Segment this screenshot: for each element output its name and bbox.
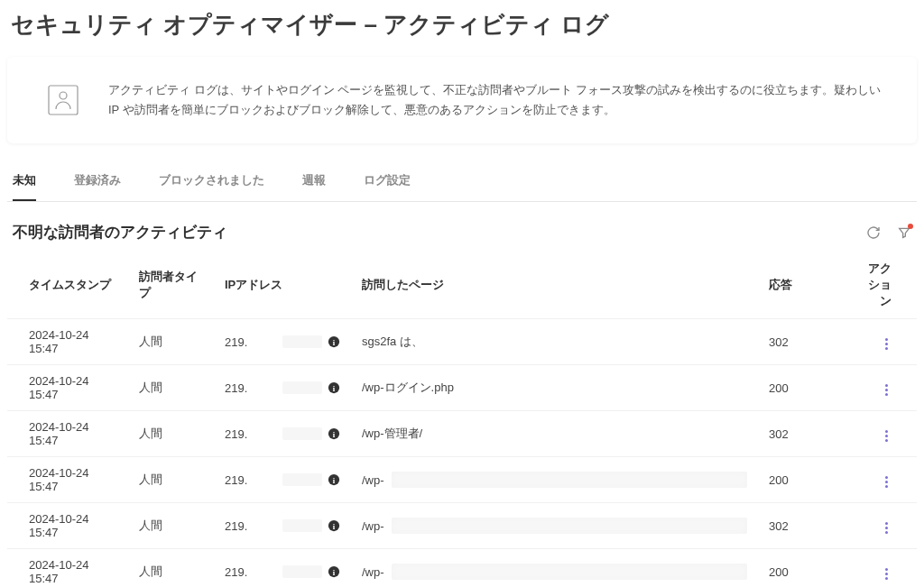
cell-action bbox=[845, 549, 917, 587]
row-actions-menu-button[interactable] bbox=[882, 381, 892, 399]
visitor-log-icon bbox=[43, 80, 83, 120]
row-actions-menu-button[interactable] bbox=[882, 518, 892, 537]
cell-page: sgs2fa は、 bbox=[347, 319, 754, 365]
cell-ip: 219.i bbox=[210, 411, 347, 457]
cell-ip: 219.i bbox=[210, 503, 347, 549]
cell-timestamp: 2024-10-24 15:47 bbox=[7, 319, 125, 365]
ip-redacted bbox=[282, 473, 322, 486]
cell-response: 200 bbox=[754, 549, 845, 587]
visited-page-text: sgs2fa は、 bbox=[362, 334, 423, 350]
page-redacted bbox=[392, 518, 747, 534]
row-actions-menu-button[interactable] bbox=[882, 426, 892, 445]
tab-3[interactable]: 週報 bbox=[302, 163, 326, 201]
table-row: 2024-10-24 15:47人間219.i/wp-ログイン.php200 bbox=[7, 365, 917, 411]
info-icon[interactable]: i bbox=[328, 565, 340, 578]
cell-response: 302 bbox=[754, 411, 845, 457]
visited-page-text: /wp- bbox=[362, 473, 384, 487]
cell-response: 302 bbox=[754, 319, 845, 365]
activity-log-table: タイムスタンプ 訪問者タイプ IPアドレス 訪問したページ 応答 アクション 2… bbox=[7, 252, 917, 587]
col-header-page: 訪問したページ bbox=[347, 252, 754, 319]
cell-visitor-type: 人間 bbox=[125, 457, 210, 503]
info-icon[interactable]: i bbox=[328, 427, 340, 440]
cell-action bbox=[845, 457, 917, 503]
info-icon[interactable]: i bbox=[328, 473, 340, 486]
row-actions-menu-button[interactable] bbox=[882, 472, 892, 491]
cell-page: /wp- bbox=[347, 549, 754, 587]
cell-ip: 219.i bbox=[210, 319, 347, 365]
cell-visitor-type: 人間 bbox=[125, 503, 210, 549]
cell-ip: 219.i bbox=[210, 365, 347, 411]
col-header-action: アクション bbox=[845, 252, 917, 319]
col-header-visitor-type: 訪問者タイプ bbox=[125, 252, 210, 319]
ip-redacted bbox=[282, 381, 322, 394]
ip-prefix: 219. bbox=[225, 473, 277, 487]
ip-prefix: 219. bbox=[225, 427, 277, 441]
cell-response: 200 bbox=[754, 365, 845, 411]
tab-2[interactable]: ブロックされました bbox=[159, 163, 264, 201]
cell-timestamp: 2024-10-24 15:47 bbox=[7, 411, 125, 457]
cell-timestamp: 2024-10-24 15:47 bbox=[7, 457, 125, 503]
visited-page-text: /wp-ログイン.php bbox=[362, 380, 454, 396]
tab-1[interactable]: 登録済み bbox=[74, 163, 121, 201]
cell-page: /wp-管理者/ bbox=[347, 411, 754, 457]
ip-prefix: 219. bbox=[225, 335, 277, 349]
svg-rect-0 bbox=[49, 86, 78, 115]
cell-visitor-type: 人間 bbox=[125, 411, 210, 457]
col-header-ip: IPアドレス bbox=[210, 252, 347, 319]
info-icon[interactable]: i bbox=[328, 519, 340, 532]
cell-visitor-type: 人間 bbox=[125, 319, 210, 365]
ip-redacted bbox=[282, 519, 322, 532]
ip-prefix: 219. bbox=[225, 381, 277, 395]
cell-visitor-type: 人間 bbox=[125, 549, 210, 587]
cell-page: /wp-ログイン.php bbox=[347, 365, 754, 411]
filter-button[interactable] bbox=[897, 225, 911, 240]
cell-timestamp: 2024-10-24 15:47 bbox=[7, 503, 125, 549]
info-icon[interactable]: i bbox=[328, 335, 340, 348]
ip-redacted bbox=[282, 565, 322, 578]
page-title: セキュリティ オプティマイザー – アクティビティ ログ bbox=[7, 9, 917, 41]
page-redacted bbox=[392, 564, 747, 580]
row-actions-menu-button[interactable] bbox=[882, 335, 892, 353]
col-header-response: 応答 bbox=[754, 252, 845, 319]
info-description: アクティビティ ログは、サイトやログイン ページを監視して、不正な訪問者やブルー… bbox=[108, 80, 881, 120]
tab-0[interactable]: 未知 bbox=[13, 163, 36, 201]
col-header-timestamp: タイムスタンプ bbox=[7, 252, 125, 319]
cell-page: /wp- bbox=[347, 503, 754, 549]
info-icon[interactable]: i bbox=[328, 381, 340, 394]
ip-redacted bbox=[282, 427, 322, 440]
ip-prefix: 219. bbox=[225, 519, 277, 533]
table-row: 2024-10-24 15:47人間219.i/wp-管理者/302 bbox=[7, 411, 917, 457]
visited-page-text: /wp- bbox=[362, 565, 384, 579]
cell-action bbox=[845, 319, 917, 365]
table-row: 2024-10-24 15:47人間219.i/wp-200 bbox=[7, 457, 917, 503]
cell-ip: 219.i bbox=[210, 457, 347, 503]
refresh-button[interactable] bbox=[866, 225, 881, 240]
cell-visitor-type: 人間 bbox=[125, 365, 210, 411]
table-row: 2024-10-24 15:47人間219.i/wp-302 bbox=[7, 503, 917, 549]
tab-4[interactable]: ログ設定 bbox=[364, 163, 411, 201]
section-title: 不明な訪問者のアクティビティ bbox=[13, 222, 227, 243]
row-actions-menu-button[interactable] bbox=[882, 564, 892, 583]
filter-indicator-dot bbox=[908, 224, 913, 229]
cell-action bbox=[845, 411, 917, 457]
visited-page-text: /wp- bbox=[362, 519, 384, 533]
cell-action bbox=[845, 365, 917, 411]
cell-action bbox=[845, 503, 917, 549]
cell-timestamp: 2024-10-24 15:47 bbox=[7, 549, 125, 587]
ip-prefix: 219. bbox=[225, 565, 277, 579]
cell-timestamp: 2024-10-24 15:47 bbox=[7, 365, 125, 411]
tabs-nav: 未知登録済みブロックされました週報ログ設定 bbox=[7, 163, 917, 202]
table-row: 2024-10-24 15:47人間219.isgs2fa は、302 bbox=[7, 319, 917, 365]
visited-page-text: /wp-管理者/ bbox=[362, 426, 422, 442]
cell-page: /wp- bbox=[347, 457, 754, 503]
cell-response: 302 bbox=[754, 503, 845, 549]
table-row: 2024-10-24 15:47人間219.i/wp-200 bbox=[7, 549, 917, 587]
svg-point-1 bbox=[60, 92, 67, 99]
cell-ip: 219.i bbox=[210, 549, 347, 587]
cell-response: 200 bbox=[754, 457, 845, 503]
ip-redacted bbox=[282, 335, 322, 348]
info-card: アクティビティ ログは、サイトやログイン ページを監視して、不正な訪問者やブルー… bbox=[7, 57, 917, 143]
page-redacted bbox=[392, 472, 747, 488]
